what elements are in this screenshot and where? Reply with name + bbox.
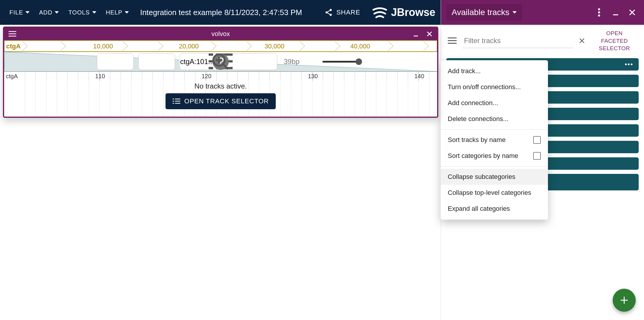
jbrowse-logo: JBrowse	[372, 6, 435, 19]
drawer-more-button[interactable]	[591, 4, 607, 21]
open-track-selector-button[interactable]: OPEN TRACK SELECTOR	[166, 93, 276, 109]
tools-menu[interactable]: TOOLS	[64, 6, 100, 19]
svg-rect-9	[448, 43, 457, 44]
add-track-fab[interactable]	[613, 289, 636, 312]
session-title[interactable]: Integration test example 8/11/2023, 2:47…	[140, 8, 319, 17]
checkbox-unchecked-icon[interactable]	[533, 136, 541, 144]
close-icon	[628, 9, 636, 16]
zoom-in-button[interactable]	[366, 56, 377, 68]
menu-item-collapse-top[interactable]: Collapse top-level categories	[441, 185, 548, 201]
linear-genome-view: volvox ctgA 10,000 20,000 30,000 40,000	[3, 27, 438, 118]
menu-divider	[441, 166, 548, 166]
overview-polygon-row: ? 39bp	[4, 52, 437, 71]
open-faceted-selector-button[interactable]: OPEN FACETED SELECTOR	[591, 28, 638, 54]
overview-tick: 30,000	[265, 43, 284, 50]
share-label: SHARE	[336, 9, 360, 16]
scale-tick: 130	[308, 73, 318, 80]
svg-point-1	[326, 12, 328, 14]
minimize-icon	[612, 9, 619, 16]
menu-label: HELP	[106, 9, 122, 16]
main-scalebar[interactable]: ctgA 110 120 130 140	[4, 71, 437, 81]
checkbox-unchecked-icon[interactable]	[533, 152, 541, 160]
svg-point-4	[598, 12, 600, 14]
close-icon	[579, 37, 585, 44]
caret-down-icon	[92, 11, 96, 14]
caret-down-icon	[55, 11, 59, 14]
menu-item-sort-tracks[interactable]: Sort tracks by name	[441, 132, 548, 148]
svg-rect-13	[414, 36, 418, 37]
hamburger-icon	[448, 37, 457, 44]
svg-rect-28	[173, 101, 174, 101]
caret-down-icon	[125, 11, 129, 14]
menu-item-add-connection[interactable]: Add connection...	[441, 95, 548, 111]
overview-tick: 20,000	[179, 43, 199, 50]
svg-rect-27	[175, 99, 180, 99]
menu-label: Add track...	[448, 67, 481, 75]
svg-rect-30	[173, 103, 174, 104]
caret-down-icon	[25, 11, 30, 14]
svg-rect-26	[173, 99, 174, 99]
drawer-title-tab[interactable]: Available tracks	[446, 4, 522, 21]
more-vert-icon	[598, 8, 600, 17]
view-menu-button[interactable]	[7, 29, 18, 39]
svg-point-2	[330, 14, 332, 16]
menu-divider	[441, 129, 548, 130]
menu-label: Add connection...	[448, 99, 498, 107]
share-button[interactable]: SHARE	[320, 5, 364, 19]
view-title-text[interactable]: volvox	[211, 30, 230, 38]
svg-point-0	[330, 9, 332, 11]
svg-rect-10	[9, 31, 16, 32]
no-tracks-message: No tracks active.	[194, 82, 247, 90]
svg-rect-31	[175, 103, 180, 104]
file-menu[interactable]: FILE	[5, 6, 34, 19]
filter-tracks-input[interactable]	[463, 34, 573, 48]
overview-tick: 10,000	[93, 43, 113, 50]
menu-item-sort-categories[interactable]: Sort categories by name	[441, 148, 548, 164]
scale-tick: 110	[95, 73, 105, 80]
drawer-hamburger-button[interactable]	[445, 33, 460, 48]
minimize-icon	[413, 31, 419, 37]
drawer-minimize-button[interactable]	[607, 4, 624, 21]
logo-text: JBrowse	[391, 6, 435, 19]
svg-rect-11	[9, 33, 16, 34]
menu-label: FILE	[9, 9, 23, 16]
drawer-header: Available tracks	[441, 0, 644, 25]
svg-rect-8	[448, 40, 457, 41]
scale-tick: 120	[202, 73, 211, 80]
track-area: No tracks active. OPEN TRACK SELECTOR	[4, 81, 437, 117]
drawer-toolbar: OPEN FACETED SELECTOR	[441, 25, 644, 55]
jbrowse-logo-icon	[372, 6, 388, 19]
menu-item-collapse-subcategories[interactable]: Collapse subcategories	[441, 169, 548, 185]
help-menu[interactable]: HELP	[102, 6, 133, 19]
plus-icon	[619, 295, 630, 306]
menu-label: Expand all categories	[448, 205, 510, 213]
menu-item-delete-connections[interactable]: Delete connections...	[441, 111, 548, 127]
menu-item-add-track[interactable]: Add track...	[441, 63, 548, 79]
hamburger-popup-menu: Add track... Turn on/off connections... …	[441, 60, 548, 220]
svg-rect-29	[175, 101, 180, 101]
button-label: OPEN TRACK SELECTOR	[184, 97, 269, 105]
close-icon	[426, 31, 433, 37]
drawer-close-button[interactable]	[624, 4, 640, 21]
hamburger-icon	[9, 31, 16, 37]
more-horiz-icon[interactable]: •••	[625, 61, 633, 68]
menu-label: Sort categories by name	[448, 152, 518, 160]
menu-label: ADD	[39, 9, 52, 16]
clear-filter-button[interactable]	[576, 35, 588, 47]
overview-scalebar[interactable]: ctgA 10,000 20,000 30,000 40,000	[4, 40, 437, 52]
menu-label: Turn on/off connections...	[448, 83, 521, 91]
caret-down-icon	[512, 11, 517, 14]
track-list-icon	[173, 98, 180, 105]
scale-tick: 140	[414, 73, 424, 80]
menu-label: Delete connections...	[448, 115, 508, 123]
view-close-button[interactable]	[424, 29, 435, 39]
svg-rect-7	[448, 37, 457, 38]
svg-point-5	[598, 14, 600, 17]
add-menu[interactable]: ADD	[35, 6, 63, 19]
menu-item-toggle-connections[interactable]: Turn on/off connections...	[441, 79, 548, 95]
overview-chevrons	[4, 41, 437, 51]
menu-item-expand-all[interactable]: Expand all categories	[441, 201, 548, 217]
view-minimize-button[interactable]	[411, 29, 421, 39]
gridlines	[4, 72, 437, 81]
drawer-title: Available tracks	[452, 8, 510, 17]
